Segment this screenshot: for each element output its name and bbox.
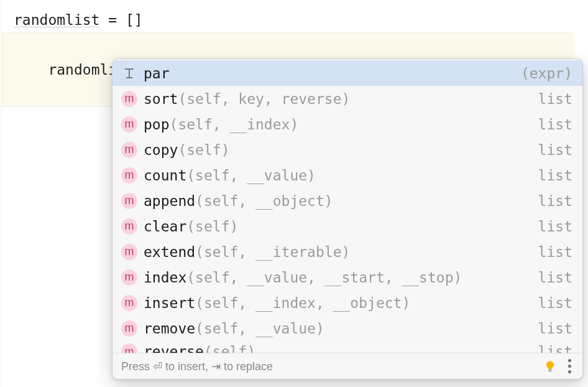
variable-name: randomlist <box>14 12 99 28</box>
suggestion-type: list <box>538 91 572 107</box>
suggestion-row[interactable]: m index (self, __value, __start, __stop)… <box>113 264 582 290</box>
suggestion-type: list <box>538 167 572 184</box>
suggestion-name: insert <box>144 295 195 311</box>
suggestion-name: copy <box>144 142 178 158</box>
suggestion-type: list <box>538 343 572 353</box>
suggestion-type: list <box>538 320 572 337</box>
suggestion-row[interactable]: m extend (self, __iterable) list <box>113 239 582 264</box>
autocomplete-popup[interactable]: par (expr) m sort (self, key, reverse) l… <box>112 58 583 380</box>
lightbulb-icon[interactable] <box>543 360 557 373</box>
suggestion-row[interactable]: m insert (self, __index, __object) list <box>113 290 582 315</box>
autocomplete-list[interactable]: par (expr) m sort (self, key, reverse) l… <box>113 59 582 353</box>
suggestion-row[interactable]: m copy (self) list <box>113 137 582 162</box>
suggestion-name: extend <box>144 244 195 260</box>
suggestion-name: index <box>144 269 186 286</box>
more-options-icon[interactable] <box>566 358 574 375</box>
autocomplete-footer: Press ⏎ to insert, ⇥ to replace <box>113 353 582 379</box>
suggestion-name: sort <box>144 91 178 107</box>
suggestion-params: (self, __value, __start, __stop) <box>186 269 462 286</box>
suggestion-params: (self) <box>178 142 229 158</box>
method-icon: m <box>121 295 137 311</box>
code-line-1[interactable]: randomlist = [] <box>14 7 588 32</box>
suggestion-params: (self, __index, __object) <box>195 295 410 311</box>
suggestion-type: (expr) <box>521 65 572 82</box>
suggestion-type: list <box>538 116 572 133</box>
method-icon: m <box>121 343 137 353</box>
suggestion-params: (self, __value) <box>195 320 324 337</box>
suggestion-row[interactable]: m clear (self) list <box>113 213 582 239</box>
suggestion-row[interactable]: m append (self, __object) list <box>113 188 582 213</box>
suggestion-params: (self, __index) <box>170 116 299 133</box>
suggestion-name: count <box>144 167 186 184</box>
suggestion-params: (self, __iterable) <box>195 244 350 260</box>
footer-hint-text: Press ⏎ to insert, ⇥ to replace <box>121 360 273 373</box>
suggestion-params: (self, __value) <box>186 167 316 184</box>
method-icon: m <box>121 116 137 133</box>
suggestion-name: clear <box>144 218 186 235</box>
suggestion-row[interactable]: m reverse (self) list <box>113 341 582 353</box>
parenthesize-icon <box>121 65 137 82</box>
suggestion-type: list <box>538 218 572 235</box>
suggestion-name: reverse <box>144 343 204 353</box>
suggestion-name: append <box>144 193 195 209</box>
suggestion-row[interactable]: par (expr) <box>113 60 582 86</box>
suggestion-name: par <box>144 65 170 82</box>
suggestion-row[interactable]: m pop (self, __index) list <box>113 111 582 137</box>
method-icon: m <box>121 167 137 184</box>
suggestion-name: pop <box>144 116 170 133</box>
method-icon: m <box>121 269 137 286</box>
svg-rect-3 <box>548 369 552 370</box>
suggestion-type: list <box>538 295 572 311</box>
method-icon: m <box>121 218 137 235</box>
method-icon: m <box>121 193 137 209</box>
suggestion-type: list <box>538 193 572 209</box>
suggestion-params: (self) <box>204 343 255 353</box>
suggestion-row[interactable]: m sort (self, key, reverse) list <box>113 86 582 111</box>
suggestion-name: remove <box>144 320 195 337</box>
method-icon: m <box>121 91 137 107</box>
suggestion-row[interactable]: m count (self, __value) list <box>113 162 582 188</box>
svg-rect-4 <box>549 370 551 371</box>
suggestion-params: (self) <box>186 218 238 235</box>
method-icon: m <box>121 142 137 158</box>
suggestion-type: list <box>538 244 572 260</box>
method-icon: m <box>121 244 137 260</box>
code-text: = [] <box>99 12 142 28</box>
method-icon: m <box>121 320 137 337</box>
suggestion-row[interactable]: m remove (self, __value) list <box>113 315 582 341</box>
suggestion-type: list <box>538 269 572 286</box>
suggestion-type: list <box>538 142 572 158</box>
suggestion-params: (self, __object) <box>195 193 333 209</box>
suggestion-params: (self, key, reverse) <box>178 91 350 107</box>
